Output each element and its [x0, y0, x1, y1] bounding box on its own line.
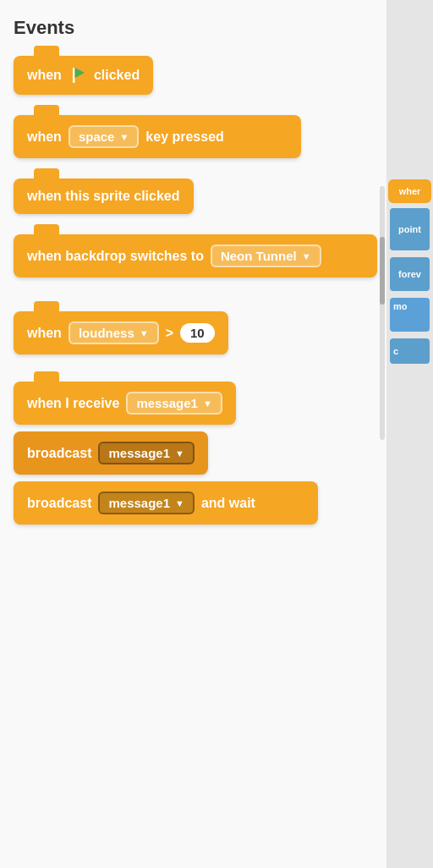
broadcast-wait-dropdown[interactable]: message1 ▼	[98, 492, 194, 514]
scrollbar-thumb[interactable]	[380, 237, 385, 305]
receive-dropdown-arrow: ▼	[203, 398, 212, 409]
side-block-when: wher	[388, 179, 431, 203]
loudness-dropdown[interactable]: loudness ▼	[69, 321, 159, 344]
key-dropdown[interactable]: space ▼	[69, 125, 139, 148]
side-block-c-label: c	[393, 346, 398, 356]
broadcast-dropdown-value: message1	[108, 446, 170, 460]
receive-dropdown[interactable]: message1 ▼	[126, 392, 222, 415]
block-text-when3: when	[27, 326, 62, 341]
category-title: Events	[14, 17, 375, 39]
scrollbar[interactable]	[380, 186, 385, 440]
backdrop-dropdown[interactable]: Neon Tunnel ▼	[211, 244, 321, 267]
broadcast-wait-dropdown-value: message1	[108, 496, 170, 510]
block-backdrop-switches[interactable]: when backdrop switches to Neon Tunnel ▼	[14, 234, 377, 277]
side-block-mo-label: mo	[393, 301, 408, 311]
loudness-value[interactable]: 10	[180, 323, 215, 343]
block-key-pressed[interactable]: when space ▼ key pressed	[14, 115, 301, 158]
backdrop-dropdown-arrow: ▼	[302, 251, 311, 261]
block-text-when2: when	[27, 129, 62, 145]
block-text-keypressed: key pressed	[145, 129, 224, 145]
block-text-clicked1: clicked	[94, 68, 140, 83]
block-text-broadcast2: broadcast	[27, 496, 91, 511]
block-sprite-clicked[interactable]: when this sprite clicked	[14, 179, 194, 214]
block-text-when1: when	[27, 68, 62, 83]
block-receive[interactable]: when I receive message1 ▼	[14, 382, 236, 425]
side-panel: wher point forev mo c	[386, 0, 433, 868]
broadcast-wait-dropdown-arrow: ▼	[175, 498, 184, 508]
side-block-forev-label: forev	[398, 269, 421, 279]
block-text-operator: >	[166, 326, 173, 341]
key-dropdown-arrow: ▼	[119, 132, 129, 142]
side-block-c: c	[390, 338, 430, 364]
block-broadcast-wait[interactable]: broadcast message1 ▼ and wait	[14, 481, 318, 525]
loudness-dropdown-value: loudness	[79, 326, 134, 340]
broadcast-dropdown-arrow: ▼	[175, 448, 184, 459]
block-text-andwait: and wait	[201, 496, 255, 511]
block-text-receive: when I receive	[27, 396, 119, 411]
loudness-dropdown-arrow: ▼	[140, 328, 149, 338]
svg-marker-1	[74, 68, 85, 78]
side-block-forev: forev	[390, 257, 430, 291]
block-green-flag[interactable]: when clicked	[14, 56, 153, 95]
receive-dropdown-value: message1	[136, 396, 198, 410]
block-text-sprite: when this sprite clicked	[27, 189, 180, 204]
side-block-point-label: point	[398, 224, 421, 234]
block-text-backdrop: when backdrop switches to	[27, 249, 204, 264]
block-broadcast[interactable]: broadcast message1 ▼	[14, 431, 208, 475]
block-loudness[interactable]: when loudness ▼ > 10	[14, 311, 228, 354]
key-dropdown-value: space	[79, 129, 115, 144]
side-block-when-label: wher	[399, 186, 421, 196]
svg-rect-0	[73, 68, 75, 83]
block-text-broadcast: broadcast	[27, 446, 91, 461]
events-panel: Events when clicked when space ▼ key pre…	[0, 0, 389, 868]
broadcast-dropdown[interactable]: message1 ▼	[98, 442, 194, 464]
side-block-point: point	[390, 208, 430, 250]
side-panel-blocks: wher point forev mo c	[386, 178, 433, 367]
backdrop-dropdown-value: Neon Tunnel	[221, 249, 297, 263]
green-flag-icon	[69, 66, 87, 85]
side-block-mo: mo	[390, 298, 430, 332]
